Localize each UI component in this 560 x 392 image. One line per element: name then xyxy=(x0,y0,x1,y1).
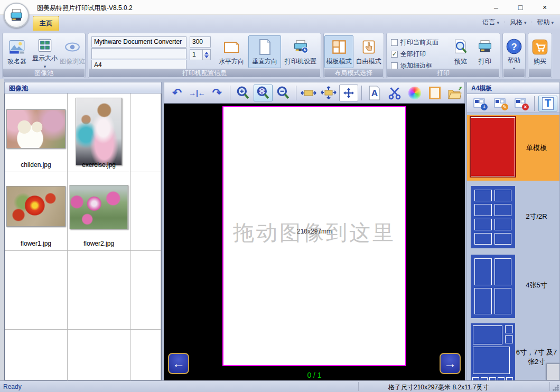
menu-help[interactable]: 帮助▾ xyxy=(535,18,556,27)
add-text-button[interactable]: A xyxy=(365,85,384,101)
move-button[interactable] xyxy=(339,85,358,101)
page-counter: 0 / 1 xyxy=(164,371,465,379)
group-layout-mode: 模板模式 自由模式 布局模式选择 xyxy=(323,33,384,78)
portrait-page-icon xyxy=(256,38,274,56)
group-label-image-pool: 图像池 xyxy=(3,69,85,77)
zoom-in-button[interactable] xyxy=(234,85,253,101)
template-label: 单模板 xyxy=(516,115,557,181)
image-pool-header: 图像池 xyxy=(4,82,162,94)
zoom-out-icon xyxy=(276,86,290,100)
image-pool-cell-empty[interactable] xyxy=(130,251,161,330)
menu-style[interactable]: 风格▾ xyxy=(508,18,529,27)
image-pool-item[interactable]: flower2.jpg xyxy=(68,172,130,251)
image-pool-cell-empty[interactable] xyxy=(5,251,68,330)
chevron-down-icon: ▾ xyxy=(524,20,527,25)
display-size-button[interactable]: 显示大小 ▾ xyxy=(30,35,60,68)
image-pool-panel: 图像池 childen.jpg exercise.jpg flower1.jpg… xyxy=(4,82,162,380)
cut-button[interactable] xyxy=(385,85,404,101)
plus-badge-icon: + xyxy=(481,104,488,110)
zoom-out-button[interactable] xyxy=(274,85,293,101)
color-adjust-button[interactable] xyxy=(405,85,424,101)
tab-home[interactable]: 主页 xyxy=(33,16,59,31)
landscape-page-icon xyxy=(222,38,240,56)
hand-pointer-icon xyxy=(360,38,378,56)
image-pool-cell-empty[interactable] xyxy=(130,94,161,172)
frame-button[interactable] xyxy=(425,85,444,101)
print-canvas[interactable]: 拖动图像到这里 210x297mm ← → 0 / 1 xyxy=(164,104,465,380)
print-button[interactable]: 打印 xyxy=(473,35,497,68)
align-center-icon: →|← xyxy=(189,89,206,97)
edit-template-button[interactable]: ✎ xyxy=(491,96,510,111)
close-icon: × xyxy=(543,3,547,12)
image-browse-button[interactable]: 图像浏览 xyxy=(59,35,86,68)
thumbnail-childen[interactable] xyxy=(6,109,66,148)
maximize-icon: □ xyxy=(518,3,522,12)
group-label-print: 打印 xyxy=(387,69,499,77)
thumbnail-flower1[interactable] xyxy=(6,186,66,227)
template-mode-button[interactable]: 模板模式 xyxy=(324,35,353,68)
page-size-label: 210x297mm xyxy=(223,228,405,235)
add-template-button[interactable]: + xyxy=(470,96,489,111)
grid-size-icon xyxy=(36,38,54,53)
app-window: 图美易特照片打印试用版-V8.5.0.2 – □ × 主页 语言▾ · 风格▾ … xyxy=(0,0,560,392)
zoom-pan-button[interactable] xyxy=(254,85,273,101)
thumbnail-exercise[interactable] xyxy=(76,98,122,165)
app-menu-button[interactable] xyxy=(4,3,29,28)
title-bar: 图美易特照片打印试用版-V8.5.0.2 – □ × xyxy=(0,0,560,15)
preview-button[interactable]: 预览 xyxy=(449,35,472,68)
menu-language[interactable]: 语言▾ xyxy=(480,18,501,27)
delete-template-button[interactable]: × xyxy=(511,96,530,111)
minimize-button[interactable]: – xyxy=(484,0,508,15)
dpi-field[interactable]: 300 xyxy=(190,36,211,48)
status-ready-text: Ready xyxy=(3,383,22,390)
zoom-in-icon xyxy=(236,86,250,100)
rename-tool-button[interactable]: 改名器 xyxy=(4,35,30,68)
template-label: 2寸/2R xyxy=(516,184,557,249)
group-label-layout-mode: 布局模式选择 xyxy=(324,69,383,77)
help-button[interactable]: ? 帮助 ▾ xyxy=(499,35,529,68)
printer-setup-button[interactable]: 打印机设置 xyxy=(283,35,319,68)
group-buy: 购买 xyxy=(528,33,552,78)
buy-button[interactable]: 购买 xyxy=(525,35,555,68)
image-pool-cell-empty[interactable] xyxy=(68,251,130,330)
align-center-button[interactable]: →|← xyxy=(188,85,207,101)
printer-extra-combo[interactable] xyxy=(91,48,186,59)
template-preview-2inch xyxy=(471,186,515,248)
image-pool-item[interactable]: flower1.jpg xyxy=(5,172,68,251)
open-folder-icon xyxy=(447,86,462,100)
template-item-4x5inch[interactable]: 4张5寸 xyxy=(467,253,559,318)
thumbnail-filename: flower1.jpg xyxy=(5,240,67,247)
open-folder-button[interactable] xyxy=(445,85,464,101)
portrait-button[interactable]: 垂直方向 xyxy=(248,35,281,68)
stretch-both-icon xyxy=(321,86,337,100)
image-pool-item[interactable]: exercise.jpg xyxy=(68,94,130,172)
stretch-width-button[interactable] xyxy=(300,85,319,101)
template-text-button[interactable]: T xyxy=(538,96,557,111)
rotate-left-button[interactable]: ↶ xyxy=(167,85,186,101)
checkbox-print-all[interactable]: ✓ 全部打印 xyxy=(391,49,426,59)
thumbnail-flower2[interactable] xyxy=(70,185,128,229)
template-layout-icon xyxy=(330,38,348,56)
stretch-both-button[interactable] xyxy=(319,85,338,101)
image-pool-cell-empty[interactable] xyxy=(130,172,161,251)
free-mode-button[interactable]: 自由模式 xyxy=(354,35,383,68)
maximize-button[interactable]: □ xyxy=(508,0,533,15)
group-print: 打印当前页面 ✓ 全部打印 添加细边框 预览 xyxy=(386,33,500,78)
close-button[interactable]: × xyxy=(533,0,557,15)
canvas-toolbar: ↶ →|← ↷ xyxy=(164,82,465,104)
group-help: ? 帮助 ▾ xyxy=(502,33,526,78)
chevron-down-icon: ▾ xyxy=(551,20,554,25)
template-item-single[interactable]: 单模板 xyxy=(467,115,559,181)
rotate-right-icon: ↷ xyxy=(212,87,222,99)
resize-grip[interactable] xyxy=(552,384,559,391)
template-item-2inch[interactable]: 2寸/2R xyxy=(467,184,559,249)
landscape-button[interactable]: 水平方向 xyxy=(215,35,248,68)
thumbnail-filename: flower2.jpg xyxy=(68,240,130,247)
image-pool-item[interactable]: childen.jpg xyxy=(5,94,68,172)
printer-name-combo[interactable]: Mythware Document Converter xyxy=(91,36,186,48)
group-label-help xyxy=(503,69,525,77)
a4-page[interactable]: 拖动图像到这里 210x297mm xyxy=(222,106,406,366)
rotate-right-button[interactable]: ↷ xyxy=(208,85,227,101)
copies-stepper[interactable] xyxy=(202,49,210,60)
checkbox-print-current-page[interactable]: 打印当前页面 xyxy=(391,38,438,47)
